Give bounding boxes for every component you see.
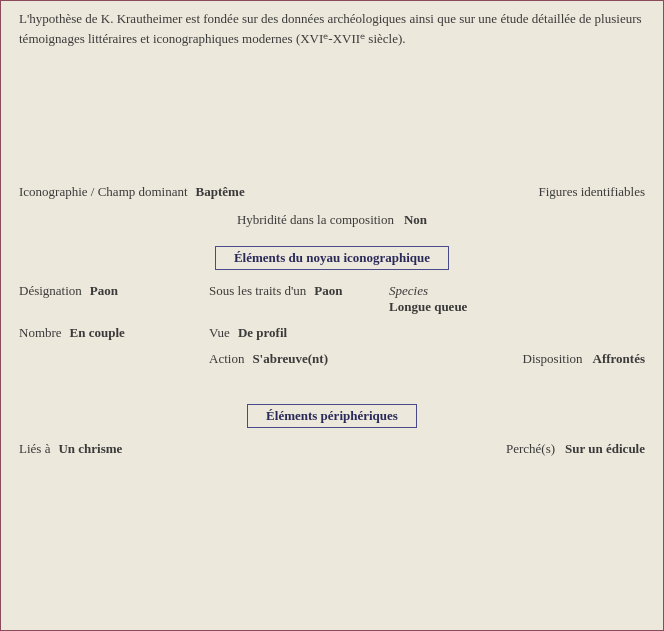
designation-row: Désignation Paon Sous les traits d'un Pa… — [1, 278, 663, 320]
vue-value: De profil — [238, 325, 287, 341]
sous-les-traits-value: Paon — [314, 283, 342, 299]
perche-value: Sur un édicule — [565, 441, 645, 457]
iconography-value: Baptême — [196, 184, 245, 200]
sous-les-traits-label: Sous les traits d'un — [209, 283, 306, 299]
section1-title-row: Éléments du noyau iconographique — [1, 234, 663, 278]
disposition-label: Disposition — [523, 351, 583, 367]
longue-queue-label: Longue queue — [389, 299, 467, 315]
vue-label: Vue — [209, 325, 230, 341]
page-container: L'hypothèse de K. Krautheimer est fondée… — [0, 0, 664, 631]
section2-title-box: Éléments périphériques — [247, 404, 417, 428]
action-row: Action S'abreuve(nt) Disposition Affront… — [1, 346, 663, 372]
iconography-right: Figures identifiables — [538, 184, 645, 200]
hybridite-inner: Hybridité dans la composition Non — [237, 212, 427, 228]
perche-label: Perché(s) — [506, 441, 555, 457]
top-text-block: L'hypothèse de K. Krautheimer est fondée… — [1, 1, 663, 58]
iconography-label: Iconographie / Champ dominant — [19, 184, 188, 200]
species-label: Species — [389, 283, 428, 299]
designation-left: Désignation Paon — [19, 283, 179, 315]
iconography-row: Iconographie / Champ dominant Baptême Fi… — [1, 178, 663, 206]
section1-title: Éléments du noyau iconographique — [234, 250, 430, 265]
hybridite-label: Hybridité dans la composition — [237, 212, 394, 228]
section2-title-row: Éléments périphériques — [1, 392, 663, 436]
lies-left: Liés à Un chrisme — [19, 441, 239, 457]
action-label: Action — [209, 351, 244, 367]
figures-identifiables-label: Figures identifiables — [538, 184, 645, 199]
designation-value: Paon — [90, 283, 118, 299]
section1-title-box: Éléments du noyau iconographique — [215, 246, 449, 270]
top-text: L'hypothèse de K. Krautheimer est fondée… — [19, 11, 642, 46]
disposition-value: Affrontés — [593, 351, 645, 367]
action-spacer — [19, 351, 179, 367]
action-group: Action S'abreuve(nt) — [209, 351, 389, 367]
iconography-left: Iconographie / Champ dominant Baptême — [19, 184, 245, 200]
disposition-group: Disposition Affrontés — [389, 351, 645, 367]
nombre-label: Nombre — [19, 325, 62, 341]
lies-value: Un chrisme — [58, 441, 122, 457]
nombre-value: En couple — [70, 325, 125, 341]
spacer-top — [1, 58, 663, 178]
spacer-middle — [1, 372, 663, 392]
hybridite-value: Non — [404, 212, 427, 228]
section2-title: Éléments périphériques — [266, 408, 398, 423]
nombre-left: Nombre En couple — [19, 325, 179, 341]
lies-label: Liés à — [19, 441, 50, 457]
nombre-row: Nombre En couple Vue De profil — [1, 320, 663, 346]
lies-row: Liés à Un chrisme Perché(s) Sur un édicu… — [1, 436, 663, 462]
perche-group: Perché(s) Sur un édicule — [239, 441, 645, 457]
hybridite-row: Hybridité dans la composition Non — [1, 206, 663, 234]
designation-right: Species Longue queue — [389, 283, 645, 315]
designation-label: Désignation — [19, 283, 82, 299]
designation-center: Sous les traits d'un Paon — [209, 283, 389, 315]
vue-group: Vue De profil — [209, 325, 389, 341]
action-value: S'abreuve(nt) — [252, 351, 328, 367]
